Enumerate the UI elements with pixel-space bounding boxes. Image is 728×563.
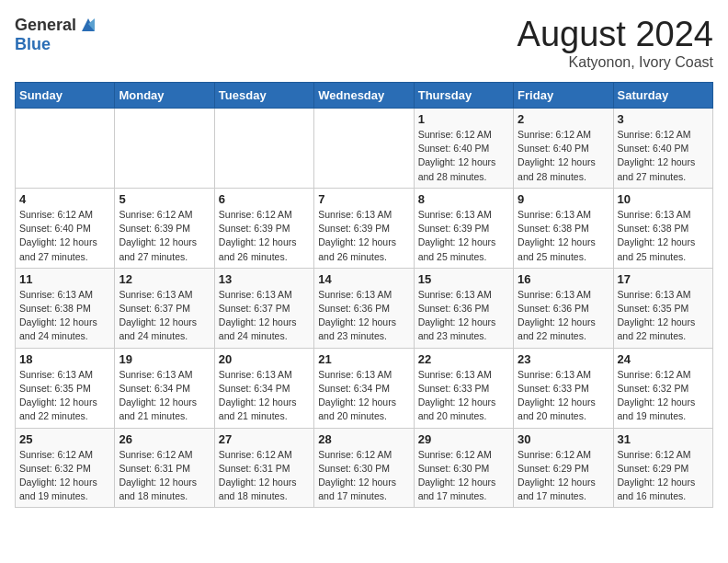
day-cell: 17Sunrise: 6:13 AM Sunset: 6:35 PM Dayli… xyxy=(613,268,712,348)
day-number: 13 xyxy=(219,272,310,286)
week-row-1: 1Sunrise: 6:12 AM Sunset: 6:40 PM Daylig… xyxy=(16,109,713,189)
day-detail: Sunrise: 6:12 AM Sunset: 6:32 PM Dayligh… xyxy=(19,448,110,504)
day-detail: Sunrise: 6:13 AM Sunset: 6:33 PM Dayligh… xyxy=(418,368,509,424)
day-cell: 21Sunrise: 6:13 AM Sunset: 6:34 PM Dayli… xyxy=(314,348,414,428)
day-cell: 9Sunrise: 6:13 AM Sunset: 6:38 PM Daylig… xyxy=(514,188,613,268)
day-detail: Sunrise: 6:13 AM Sunset: 6:37 PM Dayligh… xyxy=(119,288,210,344)
weekday-header-saturday: Saturday xyxy=(613,83,712,109)
day-cell: 18Sunrise: 6:13 AM Sunset: 6:35 PM Dayli… xyxy=(16,348,115,428)
day-cell: 26Sunrise: 6:12 AM Sunset: 6:31 PM Dayli… xyxy=(115,428,214,508)
day-number: 21 xyxy=(318,352,409,366)
day-detail: Sunrise: 6:13 AM Sunset: 6:34 PM Dayligh… xyxy=(119,368,210,424)
day-detail: Sunrise: 6:13 AM Sunset: 6:36 PM Dayligh… xyxy=(418,288,509,344)
week-row-4: 18Sunrise: 6:13 AM Sunset: 6:35 PM Dayli… xyxy=(16,348,713,428)
day-number: 20 xyxy=(219,352,310,366)
day-detail: Sunrise: 6:13 AM Sunset: 6:36 PM Dayligh… xyxy=(518,288,609,344)
day-detail: Sunrise: 6:12 AM Sunset: 6:40 PM Dayligh… xyxy=(618,128,709,184)
page-header: General Blue August 2024 Katyonon, Ivory… xyxy=(15,15,713,71)
day-detail: Sunrise: 6:13 AM Sunset: 6:39 PM Dayligh… xyxy=(418,208,509,264)
day-number: 1 xyxy=(418,112,509,126)
weekday-header-wednesday: Wednesday xyxy=(314,83,414,109)
day-number: 14 xyxy=(318,272,409,286)
day-number: 16 xyxy=(518,272,609,286)
week-row-3: 11Sunrise: 6:13 AM Sunset: 6:38 PM Dayli… xyxy=(16,268,713,348)
day-detail: Sunrise: 6:12 AM Sunset: 6:40 PM Dayligh… xyxy=(518,128,609,184)
day-cell: 31Sunrise: 6:12 AM Sunset: 6:29 PM Dayli… xyxy=(613,428,712,508)
week-row-5: 25Sunrise: 6:12 AM Sunset: 6:32 PM Dayli… xyxy=(16,428,713,508)
day-cell xyxy=(16,109,115,189)
logo-general-text: General xyxy=(15,16,76,35)
weekday-header-sunday: Sunday xyxy=(16,83,115,109)
day-number: 27 xyxy=(219,432,310,446)
day-cell: 27Sunrise: 6:12 AM Sunset: 6:31 PM Dayli… xyxy=(214,428,313,508)
day-detail: Sunrise: 6:13 AM Sunset: 6:35 PM Dayligh… xyxy=(618,288,709,344)
day-number: 29 xyxy=(418,432,509,446)
day-detail: Sunrise: 6:13 AM Sunset: 6:37 PM Dayligh… xyxy=(219,288,310,344)
day-cell: 14Sunrise: 6:13 AM Sunset: 6:36 PM Dayli… xyxy=(314,268,414,348)
week-row-2: 4Sunrise: 6:12 AM Sunset: 6:40 PM Daylig… xyxy=(16,188,713,268)
day-number: 5 xyxy=(119,192,210,206)
day-number: 10 xyxy=(618,192,709,206)
day-detail: Sunrise: 6:13 AM Sunset: 6:38 PM Dayligh… xyxy=(518,208,609,264)
day-number: 31 xyxy=(618,432,709,446)
day-cell: 3Sunrise: 6:12 AM Sunset: 6:40 PM Daylig… xyxy=(613,109,712,189)
day-cell: 7Sunrise: 6:13 AM Sunset: 6:39 PM Daylig… xyxy=(314,188,414,268)
day-detail: Sunrise: 6:12 AM Sunset: 6:30 PM Dayligh… xyxy=(318,448,409,504)
location: Katyonon, Ivory Coast xyxy=(518,54,713,71)
day-number: 4 xyxy=(19,192,110,206)
day-cell: 20Sunrise: 6:13 AM Sunset: 6:34 PM Dayli… xyxy=(214,348,313,428)
day-number: 25 xyxy=(19,432,110,446)
day-cell: 13Sunrise: 6:13 AM Sunset: 6:37 PM Dayli… xyxy=(214,268,313,348)
day-cell xyxy=(214,109,313,189)
day-detail: Sunrise: 6:12 AM Sunset: 6:31 PM Dayligh… xyxy=(219,448,310,504)
day-cell: 28Sunrise: 6:12 AM Sunset: 6:30 PM Dayli… xyxy=(314,428,414,508)
title-section: August 2024 Katyonon, Ivory Coast xyxy=(518,15,713,71)
day-cell: 1Sunrise: 6:12 AM Sunset: 6:40 PM Daylig… xyxy=(414,109,513,189)
day-cell: 30Sunrise: 6:12 AM Sunset: 6:29 PM Dayli… xyxy=(514,428,613,508)
day-cell: 4Sunrise: 6:12 AM Sunset: 6:40 PM Daylig… xyxy=(16,188,115,268)
day-detail: Sunrise: 6:12 AM Sunset: 6:39 PM Dayligh… xyxy=(219,208,310,264)
day-cell: 10Sunrise: 6:13 AM Sunset: 6:38 PM Dayli… xyxy=(613,188,712,268)
day-cell: 16Sunrise: 6:13 AM Sunset: 6:36 PM Dayli… xyxy=(514,268,613,348)
day-detail: Sunrise: 6:12 AM Sunset: 6:30 PM Dayligh… xyxy=(418,448,509,504)
day-number: 11 xyxy=(19,272,110,286)
day-cell: 8Sunrise: 6:13 AM Sunset: 6:39 PM Daylig… xyxy=(414,188,513,268)
day-number: 15 xyxy=(418,272,509,286)
day-detail: Sunrise: 6:12 AM Sunset: 6:29 PM Dayligh… xyxy=(518,448,609,504)
day-detail: Sunrise: 6:12 AM Sunset: 6:39 PM Dayligh… xyxy=(119,208,210,264)
calendar-table: SundayMondayTuesdayWednesdayThursdayFrid… xyxy=(15,82,713,508)
weekday-header-tuesday: Tuesday xyxy=(214,83,313,109)
day-detail: Sunrise: 6:13 AM Sunset: 6:38 PM Dayligh… xyxy=(19,288,110,344)
day-cell: 12Sunrise: 6:13 AM Sunset: 6:37 PM Dayli… xyxy=(115,268,214,348)
day-number: 2 xyxy=(518,112,609,126)
day-number: 22 xyxy=(418,352,509,366)
logo: General Blue xyxy=(15,15,98,54)
day-number: 9 xyxy=(518,192,609,206)
month-title: August 2024 xyxy=(518,15,713,54)
day-cell: 22Sunrise: 6:13 AM Sunset: 6:33 PM Dayli… xyxy=(414,348,513,428)
day-number: 30 xyxy=(518,432,609,446)
weekday-header-row: SundayMondayTuesdayWednesdayThursdayFrid… xyxy=(16,83,713,109)
day-detail: Sunrise: 6:13 AM Sunset: 6:33 PM Dayligh… xyxy=(518,368,609,424)
day-detail: Sunrise: 6:12 AM Sunset: 6:40 PM Dayligh… xyxy=(418,128,509,184)
day-cell: 19Sunrise: 6:13 AM Sunset: 6:34 PM Dayli… xyxy=(115,348,214,428)
day-detail: Sunrise: 6:13 AM Sunset: 6:38 PM Dayligh… xyxy=(618,208,709,264)
day-detail: Sunrise: 6:13 AM Sunset: 6:39 PM Dayligh… xyxy=(318,208,409,264)
weekday-header-friday: Friday xyxy=(514,83,613,109)
day-cell: 24Sunrise: 6:12 AM Sunset: 6:32 PM Dayli… xyxy=(613,348,712,428)
day-number: 26 xyxy=(119,432,210,446)
day-cell: 11Sunrise: 6:13 AM Sunset: 6:38 PM Dayli… xyxy=(16,268,115,348)
day-cell: 6Sunrise: 6:12 AM Sunset: 6:39 PM Daylig… xyxy=(214,188,313,268)
day-detail: Sunrise: 6:13 AM Sunset: 6:34 PM Dayligh… xyxy=(318,368,409,424)
day-cell: 29Sunrise: 6:12 AM Sunset: 6:30 PM Dayli… xyxy=(414,428,513,508)
day-cell: 5Sunrise: 6:12 AM Sunset: 6:39 PM Daylig… xyxy=(115,188,214,268)
day-number: 19 xyxy=(119,352,210,366)
weekday-header-thursday: Thursday xyxy=(414,83,513,109)
day-number: 23 xyxy=(518,352,609,366)
day-number: 12 xyxy=(119,272,210,286)
logo-blue-text: Blue xyxy=(15,35,51,54)
day-number: 6 xyxy=(219,192,310,206)
day-detail: Sunrise: 6:12 AM Sunset: 6:32 PM Dayligh… xyxy=(618,368,709,424)
day-number: 28 xyxy=(318,432,409,446)
day-cell xyxy=(115,109,214,189)
